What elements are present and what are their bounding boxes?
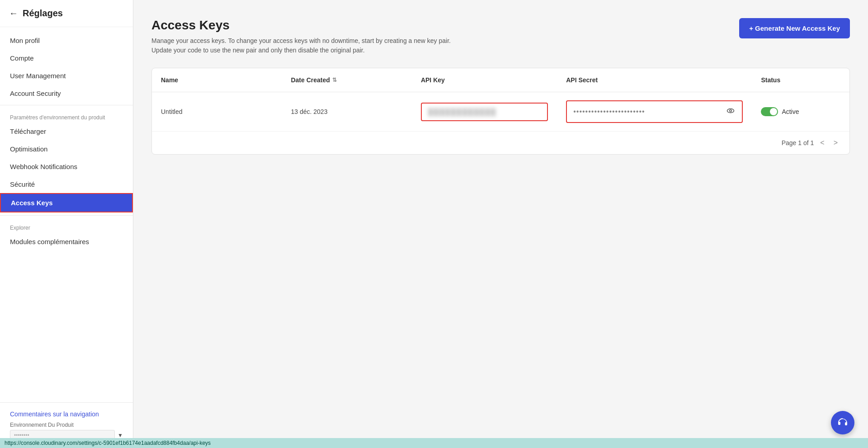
pagination: Page 1 of 1 < > — [152, 131, 849, 154]
table-row: Untitled 13 déc. 2023 ████████████ •••••… — [152, 92, 849, 132]
sidebar: ← Réglages Mon profil Compte User Manage… — [0, 0, 133, 448]
pagination-next-button[interactable]: > — [831, 138, 840, 148]
col-header-api-secret: API Secret — [557, 68, 752, 92]
table-header-row: Name Date Created ⇅ API Key API Secret S… — [152, 68, 849, 92]
api-key-value-box: ████████████ — [421, 103, 548, 121]
nav-divider-2 — [0, 215, 133, 216]
cell-api-secret: •••••••••••••••••••••••• — [557, 92, 752, 132]
col-header-date-created[interactable]: Date Created ⇅ — [282, 68, 411, 92]
svg-point-1 — [730, 110, 732, 112]
status-toggle[interactable] — [761, 107, 778, 116]
sidebar-item-user-management[interactable]: User Management — [0, 67, 133, 85]
sidebar-header: ← Réglages — [0, 0, 133, 27]
api-secret-value-box: •••••••••••••••••••••••• — [566, 100, 743, 123]
eye-icon — [726, 107, 735, 115]
page-title-area: Access Keys Manage your access keys. To … — [151, 18, 468, 55]
page-header: Access Keys Manage your access keys. To … — [151, 18, 850, 55]
sort-icon: ⇅ — [332, 77, 337, 83]
section-product-label: Paramètres d'environnement du produit — [0, 108, 133, 123]
sidebar-item-compte[interactable]: Compte — [0, 49, 133, 67]
sidebar-nav: Mon profil Compte User Management Accoun… — [0, 27, 133, 402]
pagination-text: Page 1 of 1 — [782, 139, 814, 146]
api-secret-dots: •••••••••••••••••••••••• — [573, 108, 722, 116]
statusbar-url: https://console.cloudinary.com/settings/… — [5, 440, 211, 446]
svg-point-0 — [727, 109, 734, 113]
sidebar-item-access-keys[interactable]: Access Keys — [0, 193, 133, 212]
table-container: Name Date Created ⇅ API Key API Secret S… — [152, 68, 849, 131]
sidebar-title: Réglages — [23, 8, 63, 19]
nav-feedback-link[interactable]: Commentaires sur la navigation — [10, 410, 99, 418]
pagination-prev-button[interactable]: < — [817, 138, 827, 148]
sidebar-item-securite[interactable]: Sécurité — [0, 175, 133, 193]
cell-date-created: 13 déc. 2023 — [282, 92, 411, 132]
headset-icon — [837, 417, 848, 428]
sidebar-item-optimisation[interactable]: Optimisation — [0, 140, 133, 158]
sidebar-item-webhook-notifications[interactable]: Webhook Notifications — [0, 158, 133, 175]
chevron-down-icon[interactable]: ▼ — [118, 432, 123, 439]
access-keys-table: Name Date Created ⇅ API Key API Secret S… — [152, 68, 849, 131]
cell-status: Active — [752, 92, 849, 132]
support-fab[interactable] — [831, 411, 854, 434]
nav-divider-1 — [0, 105, 133, 105]
cell-name: Untitled — [152, 92, 282, 132]
page-title: Access Keys — [151, 18, 468, 33]
sidebar-item-telecharger[interactable]: Télécharger — [0, 123, 133, 140]
date-created-label: Date Created — [291, 76, 330, 84]
page-description: Manage your access keys. To change your … — [151, 36, 468, 55]
col-header-status: Status — [752, 68, 849, 92]
api-key-blurred-value: ████████████ — [428, 108, 497, 116]
access-keys-table-card: Name Date Created ⇅ API Key API Secret S… — [151, 68, 850, 155]
env-label: Environnement Du Produit — [10, 422, 123, 428]
sidebar-item-mon-profil[interactable]: Mon profil — [0, 32, 133, 49]
status-cell: Active — [761, 107, 840, 116]
sidebar-item-modules[interactable]: Modules complémentaires — [0, 233, 133, 250]
generate-new-access-key-button[interactable]: + Generate New Access Key — [739, 18, 850, 38]
cell-api-key: ████████████ — [412, 92, 557, 132]
status-badge: Active — [782, 108, 799, 115]
toggle-visibility-button[interactable] — [726, 106, 736, 118]
main-content: Access Keys Manage your access keys. To … — [133, 0, 868, 448]
back-icon[interactable]: ← — [9, 8, 18, 19]
col-header-name: Name — [152, 68, 282, 92]
col-header-api-key: API Key — [412, 68, 557, 92]
section-explorer-label: Explorer — [0, 218, 133, 233]
statusbar: https://console.cloudinary.com/settings/… — [0, 438, 868, 448]
sidebar-item-account-security[interactable]: Account Security — [0, 85, 133, 102]
